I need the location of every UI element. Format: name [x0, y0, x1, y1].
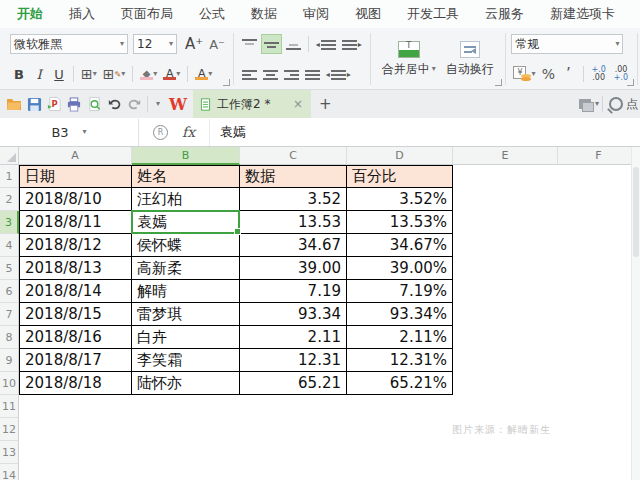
menu-tab-开始[interactable]: 开始: [4, 0, 56, 28]
wrap-text-button[interactable]: 自动换行: [441, 40, 499, 79]
cell-D7[interactable]: 93.34%: [347, 303, 453, 326]
font-color-button[interactable]: A▾: [161, 64, 182, 84]
row-header-10[interactable]: 10: [0, 372, 19, 395]
row-header-11[interactable]: 11: [0, 395, 19, 418]
column-header-D[interactable]: D: [347, 147, 453, 165]
cell-C2[interactable]: 3.52: [240, 188, 347, 211]
align-center-button[interactable]: [261, 64, 280, 84]
export-pdf-button[interactable]: P: [44, 93, 64, 115]
menu-tab-页面布局[interactable]: 页面布局: [108, 0, 186, 28]
menu-tab-数据[interactable]: 数据: [238, 0, 290, 28]
borders-button[interactable]: ⊞▾: [79, 64, 99, 84]
row-header-13[interactable]: 13: [0, 441, 19, 464]
document-tab[interactable]: 工作簿2 * ×: [193, 90, 311, 118]
cell-A9[interactable]: 2018/8/17: [19, 349, 132, 372]
draw-border-button[interactable]: ⊞✎▾: [101, 64, 127, 84]
bold-button[interactable]: B: [10, 64, 28, 84]
wps-logo[interactable]: W: [165, 95, 193, 114]
font-size-select[interactable]: 12 ▾: [133, 34, 177, 54]
menu-tab-公式[interactable]: 公式: [186, 0, 238, 28]
row-header-7[interactable]: 7: [0, 303, 19, 326]
cell-C3[interactable]: 13.53: [240, 211, 347, 234]
menu-tab-插入[interactable]: 插入: [56, 0, 108, 28]
switch-window-button[interactable]: [575, 93, 595, 115]
menu-tab-视图[interactable]: 视图: [342, 0, 394, 28]
cell-A8[interactable]: 2018/8/16: [19, 326, 132, 349]
cell-C9[interactable]: 12.31: [240, 349, 347, 372]
row-header-3[interactable]: 3: [0, 211, 19, 234]
cell-B4[interactable]: 侯怀蝶: [132, 234, 240, 257]
cell-D9[interactable]: 12.31%: [347, 349, 453, 372]
cell-B2[interactable]: 汪幻柏: [132, 188, 240, 211]
cell-D5[interactable]: 39.00%: [347, 257, 453, 280]
font-name-select[interactable]: 微软雅黑 ▾: [10, 34, 128, 54]
highlight-button[interactable]: A▾: [193, 64, 214, 84]
menu-tab-新建选项卡[interactable]: 新建选项卡: [537, 0, 628, 28]
row-header-1[interactable]: 1: [0, 165, 19, 188]
lookup-icon[interactable]: R: [153, 125, 168, 140]
row-header-2[interactable]: 2: [0, 188, 19, 211]
decrease-indent-button[interactable]: ◂: [314, 34, 338, 54]
comma-style-button[interactable]: ’: [560, 64, 578, 84]
cell-B3[interactable]: 袁嫣: [132, 211, 240, 234]
shrink-font-button[interactable]: A⁻: [207, 34, 227, 54]
cell-D3[interactable]: 13.53%: [347, 211, 453, 234]
row-header-5[interactable]: 5: [0, 257, 19, 280]
column-header-F[interactable]: F: [558, 147, 640, 165]
cell-A7[interactable]: 2018/8/15: [19, 303, 132, 326]
cell-B8[interactable]: 白卉: [132, 326, 240, 349]
cell-B9[interactable]: 李笑霜: [132, 349, 240, 372]
column-header-E[interactable]: E: [453, 147, 558, 165]
cell-D8[interactable]: 2.11%: [347, 326, 453, 349]
scrollbar-thumb[interactable]: [633, 167, 639, 257]
underline-button[interactable]: U: [50, 64, 68, 84]
cell-B10[interactable]: 陆怀亦: [132, 372, 240, 395]
close-tab-icon[interactable]: ×: [293, 97, 303, 111]
formula-input[interactable]: 袁嫣: [210, 123, 246, 141]
cell-C6[interactable]: 7.19: [240, 280, 347, 303]
menu-tab-开发工具[interactable]: 开发工具: [394, 0, 472, 28]
align-middle-button[interactable]: [261, 34, 282, 54]
cell-C7[interactable]: 93.34: [240, 303, 347, 326]
quickbar-dropdown-icon[interactable]: ▾: [151, 100, 165, 108]
align-top-button[interactable]: [240, 34, 259, 54]
currency-button[interactable]: ▾: [511, 64, 537, 84]
cell-C10[interactable]: 65.21: [240, 372, 347, 395]
row-header-12[interactable]: 12: [0, 418, 19, 441]
increase-decimal-button[interactable]: +.0.00: [589, 66, 609, 82]
print-preview-button[interactable]: [84, 93, 104, 115]
cell-C8[interactable]: 2.11: [240, 326, 347, 349]
open-file-button[interactable]: [4, 93, 24, 115]
merge-center-button[interactable]: 合并居中▾: [377, 40, 441, 79]
menu-tab-审阅[interactable]: 审阅: [290, 0, 342, 28]
cell-D4[interactable]: 34.67%: [347, 234, 453, 257]
row-header-9[interactable]: 9: [0, 349, 19, 372]
new-tab-button[interactable]: +: [311, 95, 340, 113]
cell-C1[interactable]: 数据: [240, 165, 347, 188]
column-header-B[interactable]: B: [132, 147, 240, 165]
row-header-8[interactable]: 8: [0, 326, 19, 349]
undo-button[interactable]: [104, 93, 124, 115]
justify-button[interactable]: [303, 64, 322, 84]
align-left-button[interactable]: [240, 64, 259, 84]
cell-A2[interactable]: 2018/8/10: [19, 188, 132, 211]
name-box[interactable]: B3 ▾: [0, 119, 139, 146]
chevron-down-icon[interactable]: ▾: [595, 100, 599, 108]
cell-A6[interactable]: 2018/8/14: [19, 280, 132, 303]
cell-A3[interactable]: 2018/8/11: [19, 211, 132, 234]
align-right-button[interactable]: [282, 64, 301, 84]
cell-D6[interactable]: 7.19%: [347, 280, 453, 303]
font-dialog-launcher-icon[interactable]: [223, 79, 230, 86]
insert-function-button[interactable]: fx: [182, 124, 195, 140]
number-format-select[interactable]: 常规 ▾: [511, 34, 623, 54]
percent-button[interactable]: %: [540, 64, 558, 84]
italic-button[interactable]: I: [30, 64, 48, 84]
vertical-scrollbar[interactable]: [631, 147, 640, 480]
cell-D2[interactable]: 3.52%: [347, 188, 453, 211]
column-header-C[interactable]: C: [240, 147, 347, 165]
row-header-4[interactable]: 4: [0, 234, 19, 257]
fill-color-button[interactable]: ◆▾: [138, 64, 159, 84]
cell-B7[interactable]: 雷梦琪: [132, 303, 240, 326]
column-header-A[interactable]: A: [19, 147, 132, 165]
cell-B6[interactable]: 解晴: [132, 280, 240, 303]
